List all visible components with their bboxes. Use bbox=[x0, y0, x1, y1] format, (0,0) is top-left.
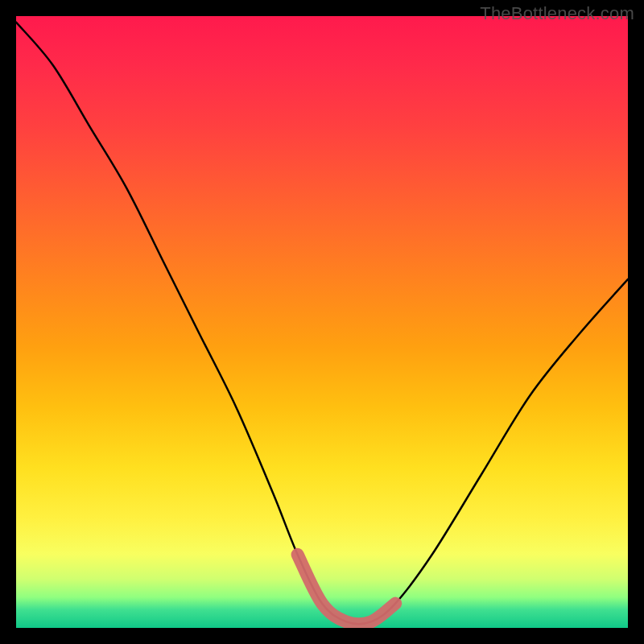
bottleneck-curve-svg bbox=[16, 16, 628, 628]
plot-frame bbox=[16, 16, 628, 628]
bottleneck-curve-highlight bbox=[298, 555, 396, 624]
bottleneck-curve-line bbox=[16, 23, 628, 625]
watermark-text: TheBottleneck.com bbox=[480, 3, 634, 24]
